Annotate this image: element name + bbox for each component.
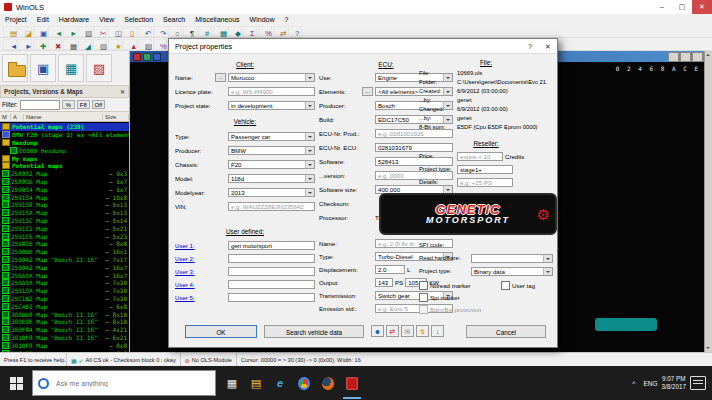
hex-view-icon[interactable]: # (198, 26, 212, 37)
map-2d-icon[interactable]: ▦ (213, 26, 227, 37)
tree-item-hexdump[interactable]: 00000 Hexdump (0, 146, 129, 154)
new-project-icon[interactable]: ▤ (3, 26, 17, 37)
child-close-button[interactable] (692, 52, 703, 62)
noread-marker-checkbox[interactable] (419, 281, 428, 290)
text-view-icon[interactable]: ¶ (183, 26, 197, 37)
child-restore-button[interactable] (680, 52, 691, 62)
menu-item[interactable]: View (94, 16, 119, 23)
filter-button[interactable]: F8 (77, 100, 90, 109)
user1-link[interactable]: User 1: (175, 242, 226, 249)
menu-item[interactable]: Hardware (54, 16, 94, 23)
3010F8 Map "Bosch II 16"[interactable]: 3010F8 Map "Bosch II 16" → 6x21 (0, 334, 129, 342)
curve-icon[interactable]: ◢ (78, 39, 92, 50)
tree-item-version[interactable]: BMW F20 (stage 1) ex <All elements> (0, 131, 129, 139)
tray-chevron-up-icon[interactable]: ^ (628, 380, 639, 387)
language-indicator[interactable]: ENG (639, 380, 661, 387)
save-icon[interactable]: ▣ (33, 26, 47, 37)
2591SA Map[interactable]: 2591SA Map → 5x13 (0, 209, 129, 217)
sync-icon-button[interactable]: ⇄ (386, 325, 399, 337)
filter-button[interactable]: % (62, 100, 75, 109)
user3-field[interactable] (228, 267, 315, 276)
edge-icon[interactable]: e (268, 366, 292, 400)
compare-icon[interactable]: % (258, 26, 272, 37)
vehicle-model-combo[interactable]: 118d (228, 174, 315, 183)
column-a[interactable]: A (11, 114, 24, 120)
paste-icon[interactable]: ▯ (123, 26, 137, 37)
menu-item[interactable]: Selection (119, 16, 158, 23)
filter-button[interactable]: Off (92, 100, 105, 109)
25C4E2 Map[interactable]: 25C4E2 Map → 6x8 (0, 302, 129, 310)
2591C6 Map[interactable]: 2591C6 Map → 5x23 (0, 232, 129, 240)
cancel-button[interactable]: Cancel (466, 325, 546, 338)
ok-button[interactable]: OK (185, 325, 257, 338)
vehicle-modelyear-combo[interactable]: 2013 (228, 188, 315, 197)
hexdump-scrollbar[interactable] (704, 51, 712, 352)
maximize-button[interactable]: ▢ (672, 0, 692, 14)
2590DE Map[interactable]: 2590DE Map → 16x1 (0, 248, 129, 256)
2591S8 Map[interactable]: 2591S8 Map → 5x13 (0, 201, 129, 209)
dialog-title-bar[interactable]: Project properties ? ✕ (169, 39, 557, 54)
print-icon[interactable]: ▥ (78, 26, 92, 37)
search-vehicle-data-button[interactable]: Search vehicle data (264, 325, 364, 338)
notification-center-icon[interactable] (690, 376, 706, 390)
open-project-button[interactable] (2, 54, 28, 82)
menu-item[interactable]: ? (280, 16, 294, 23)
start-button[interactable] (0, 366, 32, 400)
dialog-close-button[interactable]: ✕ (539, 40, 557, 53)
2591SC Map[interactable]: 2591SC Map → 5x14 (0, 217, 129, 225)
reseller-ptype-field[interactable]: stage1+ (457, 165, 513, 174)
read-ecu-button[interactable]: ▦ (58, 54, 84, 82)
2590S4 Map[interactable]: 2590S4 Map → 5x7 (0, 185, 129, 193)
percent-icon[interactable]: % (153, 39, 167, 50)
tree-column-header[interactable]: M A Name Size (0, 111, 129, 122)
file-explorer-icon[interactable]: ▤ (244, 366, 268, 400)
2591SA Map[interactable]: 2591SA Map → 7x30 (0, 287, 129, 295)
open-project-icon[interactable]: ◪ (18, 26, 32, 37)
menu-item[interactable]: Miscellaneous (190, 16, 244, 23)
save-project-button[interactable]: ▣ (30, 54, 56, 82)
259A5A Map[interactable]: 259A5A Map → 7x30 (0, 279, 129, 287)
vehicle-producer-combo[interactable]: BMW (228, 146, 315, 155)
column-m[interactable]: M (0, 114, 11, 120)
user4-link[interactable]: User 4: (175, 281, 226, 288)
tree-folder-hexdump[interactable]: Hexdump (0, 139, 129, 147)
copy-icon[interactable]: ◫ (108, 26, 122, 37)
back-icon[interactable]: ◄ (3, 39, 17, 50)
vehicle-type-combo[interactable]: Passenger car (228, 132, 315, 141)
add-map-icon[interactable]: ✚ (33, 39, 47, 50)
user3-link[interactable]: User 3: (175, 268, 226, 275)
users-icon-button[interactable]: ☻ (371, 325, 384, 337)
user4-field[interactable] (228, 280, 315, 289)
2591C2 Map[interactable]: 2591C2 Map → 5x21 (0, 224, 129, 232)
2599A2 Map "Bosch II 16"[interactable]: 2599A2 Map "Bosch II 16" → 7x17 (0, 256, 129, 264)
import-icon[interactable]: ◄ (48, 26, 62, 37)
dialog-help-button[interactable]: ? (521, 40, 539, 53)
filter-input[interactable] (20, 100, 60, 110)
menu-item[interactable]: Search (158, 16, 190, 23)
read-hardware-combo[interactable] (471, 254, 553, 263)
details-field[interactable]: e.g. +25 PS (457, 178, 513, 187)
menu-item[interactable]: Window (245, 16, 280, 23)
connect-icon[interactable]: ⇄ (273, 26, 287, 37)
user2-field[interactable] (228, 254, 315, 263)
write-ecu-button[interactable]: ▨ (86, 54, 112, 82)
taskbar-clock[interactable]: 9:07 PM 3/8/2017 (661, 375, 686, 391)
close-button[interactable]: ✕ (692, 0, 712, 14)
spi-marker-checkbox[interactable] (419, 293, 428, 302)
300E9E Map "Bosch II 16"[interactable]: 300E9E Map "Bosch II 16" → 8x10 (0, 318, 129, 326)
map-3d-icon[interactable]: ◆ (228, 26, 242, 37)
taskbar-search[interactable] (32, 370, 216, 396)
user5-link[interactable]: User 5: (175, 294, 226, 301)
checksum-icon[interactable]: Σ (243, 26, 257, 37)
grid-icon[interactable]: ▦ (63, 39, 77, 50)
25C1B2 Map[interactable]: 25C1B2 Map → 7x30 (0, 295, 129, 303)
vehicle-chassis-combo[interactable]: F20 (228, 160, 315, 169)
2599A2 Map[interactable]: 2599A2 Map → 16x7 (0, 263, 129, 271)
task-view-icon[interactable]: ▦ (220, 366, 244, 400)
winols-icon[interactable] (340, 366, 364, 400)
300DD8 Map "Bosch II 16"[interactable]: 300DD8 Map "Bosch II 16" → 8x10 (0, 310, 129, 318)
download-icon-button[interactable]: ↓ (431, 325, 444, 337)
undo-icon[interactable]: ↶ (138, 26, 152, 37)
project-state-combo[interactable]: in development (228, 101, 315, 110)
user-tag-checkbox[interactable] (501, 281, 510, 290)
